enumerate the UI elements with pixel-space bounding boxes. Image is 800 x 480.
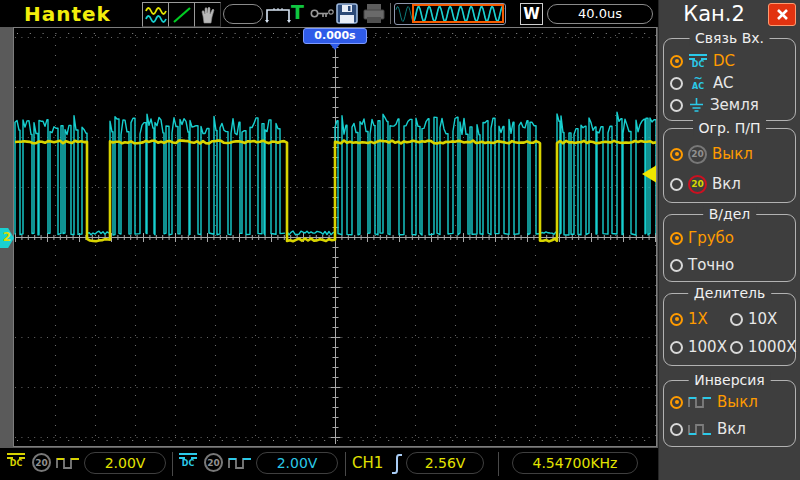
group-bw-limit: Огр. П/П 20 Выкл 20 Вкл: [663, 128, 796, 203]
radio-selected: [670, 55, 683, 68]
statusbar-separator: [498, 452, 499, 476]
option-fine[interactable]: Точно: [670, 256, 734, 274]
group-coupling: Связь Вх. DC DC ~AC AC Земля: [663, 38, 796, 121]
cursor-button[interactable]: [168, 2, 195, 27]
timebase-readout: 40.0us: [547, 4, 653, 24]
menu-title: Кан.2: [659, 2, 769, 26]
option-invert-off[interactable]: Выкл: [670, 393, 758, 411]
time-offset-pointer: [330, 44, 340, 50]
group-title: Инверсия: [688, 372, 771, 388]
radio-selected: [670, 396, 683, 409]
rising-edge-icon: [390, 452, 404, 476]
ch2-position-marker[interactable]: 2: [0, 228, 14, 248]
ac-coupling-icon: ~AC: [688, 76, 708, 91]
invert-off-icon: [688, 395, 712, 409]
option-ground[interactable]: Земля: [670, 96, 759, 114]
ground-icon: [688, 97, 705, 113]
option-100x[interactable]: 100X: [670, 338, 727, 356]
dc-coupling-icon: DC: [688, 54, 708, 69]
radio-selected: [670, 313, 683, 326]
group-invert: Инверсия Выкл Вкл: [663, 380, 796, 447]
option-1000x[interactable]: 1000X: [730, 338, 796, 356]
bw20-on-icon: 20: [688, 175, 707, 194]
time-offset-tab[interactable]: 0.000s: [303, 28, 367, 44]
hand-icon: [198, 5, 218, 25]
pulse-trigger-icon: [265, 4, 291, 24]
save-icon[interactable]: [336, 3, 358, 24]
status-oval: [223, 4, 263, 24]
radio: [670, 77, 683, 90]
group-title: В/дел: [703, 206, 757, 222]
pan-button[interactable]: [194, 2, 221, 27]
radio-selected: [670, 232, 683, 245]
trigger-status: T: [291, 1, 304, 23]
radio: [730, 313, 743, 326]
statusbar-separator: [345, 452, 346, 476]
option-1x[interactable]: 1X: [670, 310, 708, 328]
channel2-menu: Кан.2 Связь Вх. DC DC ~AC AC: [658, 0, 800, 480]
option-dc[interactable]: DC DC: [670, 52, 735, 70]
ch1-dc-icon: DC: [6, 453, 26, 468]
ch1-wave-icon: [56, 456, 80, 470]
status-bar: DC 20 2.00V DC 20 2.00V CH1 2.56V 4.5470…: [0, 448, 658, 480]
group-probe: Делитель 1X 10X 100X 1000X: [663, 293, 796, 366]
option-coarse[interactable]: Грубо: [670, 229, 734, 247]
diagonal-line-icon: [171, 5, 193, 25]
window-mode-button[interactable]: W: [520, 3, 543, 25]
radio: [670, 99, 683, 112]
ch2-dc-icon: DC: [178, 453, 198, 468]
print-icon: [362, 3, 386, 24]
ch2-wave-icon: [228, 456, 252, 470]
group-title: Огр. П/П: [693, 120, 767, 136]
close-button[interactable]: [768, 3, 796, 26]
ch2-volts-readout[interactable]: 2.00V: [256, 452, 338, 474]
option-10x[interactable]: 10X: [730, 310, 777, 328]
invert-on-icon: [688, 422, 712, 436]
toolbar-separator: [390, 3, 391, 24]
radio-selected: [670, 148, 683, 161]
option-ac[interactable]: ~AC AC: [670, 74, 733, 92]
ch1-volts-readout[interactable]: 2.00V: [84, 452, 166, 474]
group-title: Связь Вх.: [689, 30, 770, 46]
top-toolbar: Hantek T: [0, 0, 658, 27]
radio: [670, 423, 683, 436]
scope-grid-and-traces: [14, 28, 656, 446]
bw20-off-icon: 20: [688, 145, 707, 164]
horizontal-preview: [394, 3, 506, 25]
ch2-bw-icon: 20: [204, 453, 223, 472]
oscilloscope-ui: Hantek T: [0, 0, 800, 480]
keylock-icon[interactable]: [310, 7, 334, 20]
radio: [670, 259, 683, 272]
close-icon: [776, 8, 789, 21]
waveform-display: [14, 28, 656, 446]
group-vdiv: В/дел Грубо Точно: [663, 214, 796, 282]
trigger-level-arrow[interactable]: [642, 166, 656, 183]
option-bw-off[interactable]: 20 Выкл: [670, 145, 753, 163]
group-title: Делитель: [688, 285, 772, 301]
channels-button[interactable]: [142, 2, 169, 27]
radio: [730, 341, 743, 354]
trigger-frequency-readout: 4.54700KHz: [512, 452, 638, 474]
option-invert-on[interactable]: Вкл: [670, 420, 746, 438]
trigger-source-label: CH1: [352, 454, 383, 472]
radio: [670, 178, 683, 191]
radio: [670, 341, 683, 354]
dual-wave-icon: [145, 5, 167, 25]
statusbar-separator: [172, 452, 173, 476]
option-bw-on[interactable]: 20 Вкл: [670, 175, 741, 193]
trigger-level-readout[interactable]: 2.56V: [406, 452, 484, 474]
ch1-bw-icon: 20: [32, 453, 51, 472]
zoom-window-frame[interactable]: [412, 4, 504, 23]
brand-logo: Hantek: [24, 2, 111, 26]
